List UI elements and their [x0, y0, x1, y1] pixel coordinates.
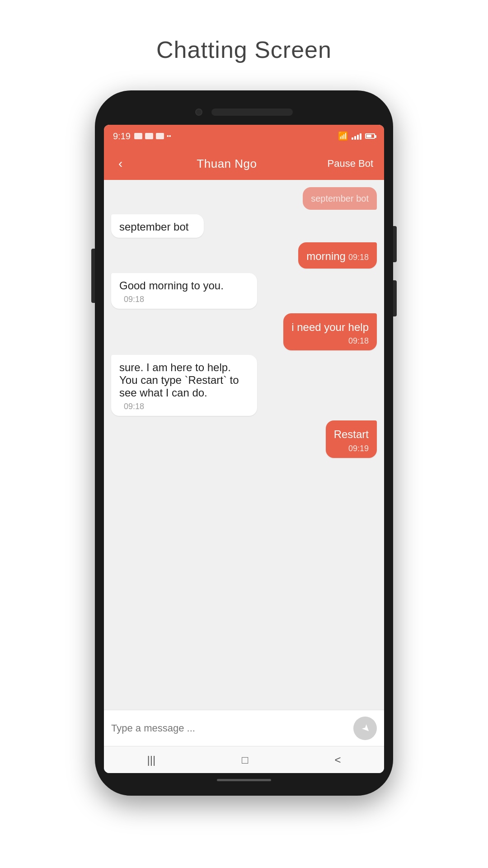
chat-contact-name: Thuan Ngo [197, 157, 257, 171]
status-left: 9:19 •• [113, 131, 171, 142]
notification-icons: •• [134, 132, 171, 140]
phone-top-bezel [104, 104, 384, 125]
status-time: 9:19 [113, 131, 131, 142]
message-input-area: ➤ [104, 710, 384, 746]
list-item: i need your help 09:18 [283, 313, 377, 351]
facebook-notification-icon [156, 133, 164, 139]
volume-button [91, 249, 95, 303]
phone-screen: 9:19 •• 📶 [104, 125, 384, 773]
message-text: september bot [311, 193, 369, 203]
message-text: morning [306, 249, 346, 264]
message-row: sure. I am here to help. You can type `R… [119, 361, 249, 411]
message-input[interactable] [111, 719, 348, 738]
chat-messages-area: september bot september bot morning 09:1… [104, 180, 384, 710]
message-text: i need your help [291, 320, 369, 335]
message-text: Restart [334, 427, 369, 442]
message-timestamp: 09:18 [348, 253, 369, 262]
message-footer: 09:19 [334, 444, 369, 453]
chat-header: ‹ Thuan Ngo Pause Bot [104, 147, 384, 180]
message-footer: 09:18 [291, 336, 369, 346]
list-item: september bot [111, 214, 204, 238]
front-camera [195, 108, 202, 116]
list-item: Restart 09:19 [326, 420, 377, 458]
send-button[interactable]: ➤ [353, 717, 377, 740]
camera-button [393, 280, 397, 316]
message-timestamp: 09:18 [348, 336, 369, 346]
list-item: morning 09:18 [298, 242, 377, 269]
status-right-icons: 📶 [338, 131, 375, 141]
menu-nav-button[interactable]: ||| [138, 750, 164, 770]
home-indicator [217, 779, 271, 781]
list-item: september bot [303, 187, 377, 210]
back-nav-button[interactable]: < [326, 750, 350, 770]
bottom-navigation-bar: ||| □ < [104, 746, 384, 773]
phone-shell: 9:19 •• 📶 [95, 90, 393, 796]
pause-bot-button[interactable]: Pause Bot [327, 158, 373, 170]
message-row: morning 09:18 [306, 249, 369, 264]
send-icon: ➤ [359, 721, 373, 735]
power-button [393, 226, 397, 262]
page-title: Chatting Screen [156, 36, 332, 63]
back-button[interactable]: ‹ [115, 153, 126, 175]
message-text: Good morning to you. [119, 279, 224, 292]
status-bar: 9:19 •• 📶 [104, 125, 384, 147]
message-row: september bot [119, 221, 196, 233]
phone-bottom-bezel [104, 773, 384, 787]
earpiece-speaker [211, 108, 293, 116]
wifi-icon: 📶 [338, 131, 348, 141]
list-item: sure. I am here to help. You can type `R… [111, 355, 257, 416]
message-text: september bot [119, 221, 188, 233]
message-timestamp: 09:18 [124, 295, 144, 304]
home-nav-button[interactable]: □ [233, 750, 258, 770]
message-row: Good morning to you. 09:18 [119, 279, 249, 304]
message-timestamp: 09:19 [348, 444, 369, 453]
message-timestamp: 09:18 [124, 402, 144, 411]
dots-icon: •• [167, 132, 171, 140]
youtube-notification-icon [145, 133, 153, 139]
image-notification-icon [134, 133, 142, 139]
message-text: sure. I am here to help. You can type `R… [119, 361, 249, 399]
battery-icon [365, 133, 375, 139]
signal-strength-icon [352, 132, 361, 140]
list-item: Good morning to you. 09:18 [111, 273, 257, 309]
